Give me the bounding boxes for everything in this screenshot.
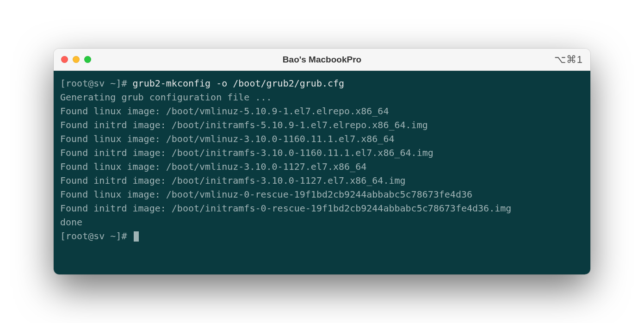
close-icon[interactable] [61, 56, 68, 63]
prompt: [root@sv ~]# [60, 230, 133, 242]
output-line: Found initrd image: /boot/initramfs-5.10… [60, 118, 584, 132]
output-line: done [60, 215, 584, 229]
output-line: Found linux image: /boot/vmlinuz-3.10.0-… [60, 160, 584, 174]
titlebar: Bao's MacbookPro ⌥⌘1 [54, 49, 590, 71]
command-text: grub2-mkconfig -o /boot/grub2/grub.cfg [133, 78, 345, 89]
minimize-icon[interactable] [73, 56, 80, 63]
terminal-window: Bao's MacbookPro ⌥⌘1 [root@sv ~]# grub2-… [54, 49, 590, 274]
cursor-icon [134, 231, 139, 242]
terminal-body[interactable]: [root@sv ~]# grub2-mkconfig -o /boot/gru… [54, 71, 590, 274]
output-line: Found initrd image: /boot/initramfs-3.10… [60, 146, 584, 160]
window-shortcut-label: ⌥⌘1 [554, 54, 583, 66]
window-title: Bao's MacbookPro [54, 55, 590, 65]
prompt: [root@sv ~]# [60, 78, 133, 89]
traffic-lights [61, 56, 91, 63]
prompt-line: [root@sv ~]# [60, 229, 584, 243]
command-line: [root@sv ~]# grub2-mkconfig -o /boot/gru… [60, 76, 584, 90]
output-line: Found linux image: /boot/vmlinuz-3.10.0-… [60, 132, 584, 146]
output-line: Generating grub configuration file ... [60, 90, 584, 104]
output-line: Found linux image: /boot/vmlinuz-5.10.9-… [60, 104, 584, 118]
output-line: Found initrd image: /boot/initramfs-0-re… [60, 201, 584, 215]
zoom-icon[interactable] [84, 56, 91, 63]
output-line: Found linux image: /boot/vmlinuz-0-rescu… [60, 187, 584, 201]
output-line: Found initrd image: /boot/initramfs-3.10… [60, 174, 584, 187]
